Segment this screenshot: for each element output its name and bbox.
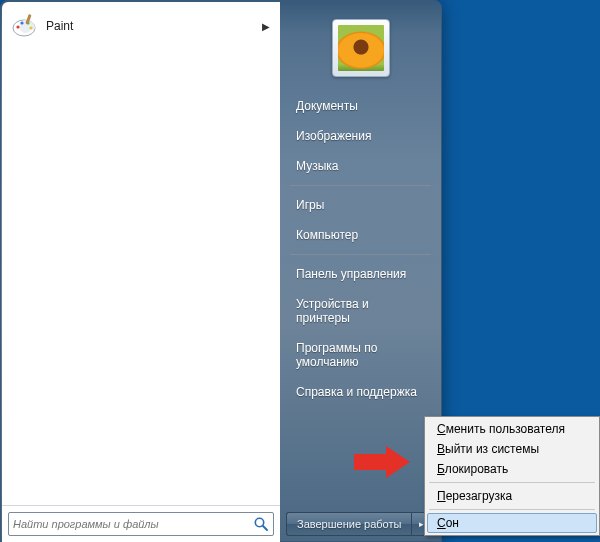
- sidebar-item-music[interactable]: Музыка: [284, 151, 437, 181]
- start-menu: Paint ▶ Документы Изображения Му: [0, 0, 442, 542]
- sidebar-item-control-panel[interactable]: Панель управления: [284, 259, 437, 289]
- user-picture-frame[interactable]: [332, 19, 390, 77]
- right-items-block1: Документы Изображения Музыка: [280, 91, 441, 181]
- popup-separator: [429, 509, 595, 510]
- separator: [290, 254, 431, 255]
- sidebar-item-help[interactable]: Справка и поддержка: [284, 377, 437, 407]
- sidebar-item-pictures[interactable]: Изображения: [284, 121, 437, 151]
- sidebar-item-devices[interactable]: Устройства и принтеры: [284, 289, 437, 333]
- sidebar-item-documents[interactable]: Документы: [284, 91, 437, 121]
- sidebar-item-default-programs[interactable]: Программы по умолчанию: [284, 333, 437, 377]
- right-items-block2: Игры Компьютер: [280, 190, 441, 250]
- chevron-right-icon: ▶: [262, 21, 272, 32]
- svg-line-7: [263, 526, 267, 530]
- separator: [290, 185, 431, 186]
- user-picture-icon: [338, 25, 384, 71]
- svg-point-1: [16, 25, 19, 28]
- program-label: Paint: [46, 19, 262, 33]
- search-input[interactable]: [13, 518, 253, 530]
- svg-point-2: [20, 21, 23, 24]
- popup-separator: [429, 482, 595, 483]
- search-box[interactable]: [8, 512, 274, 536]
- sidebar-item-computer[interactable]: Компьютер: [284, 220, 437, 250]
- popup-item[interactable]: Перезагрузка: [427, 486, 597, 506]
- svg-point-4: [29, 26, 32, 29]
- shutdown-button[interactable]: Завершение работы: [286, 512, 411, 536]
- programs-list: Paint ▶: [2, 2, 280, 505]
- shutdown-split-button: Завершение работы ▸: [286, 512, 431, 536]
- right-items-block3: Панель управления Устройства и принтеры …: [280, 259, 441, 407]
- sidebar-item-games[interactable]: Игры: [284, 190, 437, 220]
- shutdown-options-menu: Сменить пользователяВыйти из системыБлок…: [424, 416, 600, 536]
- right-panel: Документы Изображения Музыка Игры Компью…: [280, 1, 441, 541]
- left-panel: Paint ▶: [2, 2, 280, 542]
- popup-item[interactable]: Выйти из системы: [427, 439, 597, 459]
- popup-item[interactable]: Сон: [427, 513, 597, 533]
- search-container: [2, 505, 280, 542]
- program-item-paint[interactable]: Paint ▶: [4, 8, 278, 44]
- popup-item[interactable]: Сменить пользователя: [427, 419, 597, 439]
- search-icon: [253, 516, 269, 532]
- popup-item[interactable]: Блокировать: [427, 459, 597, 479]
- paint-icon: [10, 12, 38, 40]
